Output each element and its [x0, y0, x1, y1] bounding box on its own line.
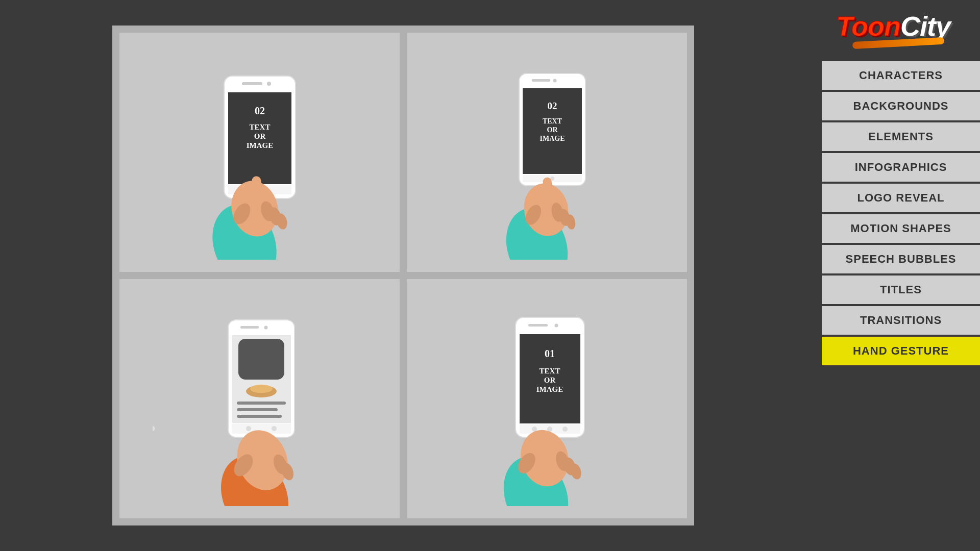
svg-point-2 — [267, 82, 271, 86]
svg-rect-1 — [242, 82, 262, 85]
svg-rect-18 — [532, 79, 550, 82]
svg-point-45 — [246, 426, 251, 431]
svg-rect-43 — [237, 415, 282, 418]
svg-rect-42 — [237, 408, 278, 411]
grid-cell-4[interactable]: 01 TEXT OR IMAGE — [407, 279, 687, 518]
logo-toon: Toon — [836, 10, 900, 42]
phone-scene-1: 02 TEXT OR IMAGE — [153, 45, 367, 260]
nav-item-logo-reveal[interactable]: LOGO REVEAL — [822, 184, 980, 212]
sidebar: Toon City CHARACTERS BACKGROUNDS ELEMENT… — [806, 0, 980, 551]
svg-point-46 — [153, 426, 155, 431]
svg-text:IMAGE: IMAGE — [246, 141, 273, 149]
svg-text:01: 01 — [545, 348, 555, 359]
grid-cell-2[interactable]: 02 TEXT OR IMAGE — [407, 33, 687, 272]
main-content: 02 TEXT OR IMAGE — [0, 0, 806, 551]
logo-container: Toon City — [806, 10, 980, 47]
svg-point-36 — [264, 325, 267, 329]
nav-item-titles[interactable]: TITLES — [822, 276, 980, 304]
svg-rect-38 — [238, 339, 284, 380]
phone-scene-4: 01 TEXT OR IMAGE — [440, 292, 654, 506]
nav-item-transitions[interactable]: TRANSITIONS — [822, 306, 980, 335]
svg-point-19 — [553, 79, 556, 82]
svg-text:02: 02 — [547, 101, 557, 111]
nav-item-infographics[interactable]: INFOGRAPHICS — [822, 153, 980, 182]
svg-point-64 — [562, 427, 568, 432]
svg-text:TEXT: TEXT — [542, 117, 562, 125]
svg-text:OR: OR — [544, 376, 555, 384]
nav-item-backgrounds[interactable]: BACKGROUNDS — [822, 92, 980, 120]
svg-text:OR: OR — [254, 132, 265, 140]
svg-rect-35 — [240, 326, 259, 329]
grid-cell-1[interactable]: 02 TEXT OR IMAGE — [119, 33, 400, 272]
nav-item-elements[interactable]: ELEMENTS — [822, 122, 980, 151]
nav-item-motion-shapes[interactable]: MOTION SHAPES — [822, 214, 980, 243]
nav-item-speech-bubbles[interactable]: SPEECH BUBBLES — [822, 245, 980, 273]
svg-rect-41 — [237, 402, 286, 405]
grid-container: 02 TEXT OR IMAGE — [112, 26, 694, 525]
grid-cell-3[interactable] — [119, 279, 400, 518]
phone-scene-2: 02 TEXT OR IMAGE — [440, 45, 654, 260]
svg-text:02: 02 — [255, 105, 265, 116]
nav-item-characters[interactable]: CHARACTERS — [822, 61, 980, 90]
logo-city: City — [900, 10, 950, 42]
nav-item-hand-gesture[interactable]: HAND GESTURE — [822, 337, 980, 365]
svg-text:TEXT: TEXT — [539, 367, 560, 375]
svg-point-47 — [272, 426, 277, 431]
svg-text:IMAGE: IMAGE — [540, 135, 565, 142]
svg-text:IMAGE: IMAGE — [536, 385, 563, 393]
svg-point-40 — [250, 385, 273, 393]
phone-scene-3 — [153, 292, 367, 506]
svg-point-55 — [554, 323, 558, 327]
tooncity-logo: Toon City — [836, 10, 950, 47]
svg-rect-54 — [528, 324, 548, 327]
svg-text:OR: OR — [547, 126, 558, 134]
svg-text:TEXT: TEXT — [249, 123, 270, 131]
